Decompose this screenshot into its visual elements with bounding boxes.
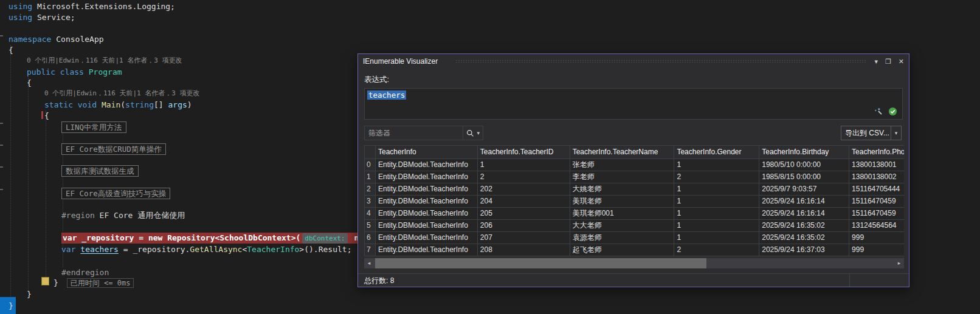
horizontal-scrollbar[interactable]: ◂ ▸ bbox=[364, 258, 904, 268]
table-row[interactable]: 6Entity.DBModel.TeacherInfo207袁源老师12025/… bbox=[365, 232, 904, 244]
margin-tick bbox=[0, 35, 3, 36]
code-line[interactable]: using Service; bbox=[9, 12, 75, 22]
row-header-cell: 3 bbox=[365, 196, 376, 208]
margin-tick bbox=[0, 189, 3, 190]
margin-tick bbox=[0, 123, 3, 124]
table-cell: 1 bbox=[674, 220, 759, 232]
code-line[interactable]: var teachers = _repository.GetAllAsync<T… bbox=[61, 244, 351, 254]
table-cell: Entity.DBModel.TeacherInfo bbox=[376, 196, 478, 208]
table-cell: 2025/9/24 16:35:02 bbox=[759, 232, 849, 244]
code-line[interactable]: namespace ConsoleApp bbox=[9, 34, 104, 44]
dialog-title: IEnumerable Visualizer bbox=[363, 57, 443, 66]
code-line[interactable]: { bbox=[44, 111, 49, 121]
column-header[interactable] bbox=[365, 146, 376, 159]
table-row[interactable]: 4Entity.DBModel.TeacherInfo205美琪老师001120… bbox=[365, 208, 904, 220]
expression-label: 表达式: bbox=[364, 75, 389, 85]
code-line[interactable]: { bbox=[9, 45, 13, 55]
highlighted-code-line[interactable]: var _repository = new Repository<SchoolD… bbox=[61, 233, 385, 244]
row-header-cell: 0 bbox=[365, 159, 376, 171]
table-cell: 张老师 bbox=[570, 159, 675, 171]
table-cell: 李老师 bbox=[570, 171, 675, 183]
table-cell: 起飞老师 bbox=[570, 244, 675, 256]
indent-guide bbox=[10, 45, 11, 302]
dialog-titlebar[interactable]: IEnumerable Visualizer ▾ ❐ ✕ bbox=[358, 54, 909, 69]
table-row[interactable]: 3Entity.DBModel.TeacherInfo204美琪老师12025/… bbox=[365, 196, 904, 208]
status-separator bbox=[849, 274, 850, 287]
wand-icon[interactable] bbox=[874, 107, 883, 116]
gutter-red-marker bbox=[41, 111, 43, 119]
table-cell: 2025/9/24 16:37:03 bbox=[759, 244, 849, 256]
table-cell: 1 bbox=[674, 208, 759, 220]
collapsed-region[interactable]: 数据库测试数据生成 bbox=[61, 165, 139, 177]
scrollbar-thumb[interactable] bbox=[375, 258, 706, 268]
table-row[interactable]: 5Entity.DBModel.TeacherInfo206大大老师12025/… bbox=[365, 220, 904, 232]
code-line[interactable]: }已用时间 <= 0ms bbox=[53, 278, 134, 288]
expression-input[interactable]: teachers bbox=[364, 88, 903, 120]
table-cell: 13124564564 bbox=[849, 220, 904, 232]
code-line[interactable]: static void Main(string[] args) bbox=[44, 100, 192, 110]
export-dropdown-icon[interactable]: ▾ bbox=[891, 126, 901, 140]
collapsed-region[interactable]: EF Core高级查询技巧与实操 bbox=[61, 188, 170, 199]
table-cell: Entity.DBModel.TeacherInfo bbox=[376, 171, 478, 183]
column-header[interactable]: TeacherInfo.TeacherName bbox=[570, 146, 675, 159]
search-icon[interactable] bbox=[466, 129, 474, 137]
table-cell: 13800138002 bbox=[849, 171, 904, 183]
table-cell: 袁源老师 bbox=[570, 232, 675, 244]
collapsed-region[interactable]: EF Core数据CRUD简单操作 bbox=[61, 143, 166, 155]
collapsed-region[interactable]: LINQ中常用方法 bbox=[61, 121, 126, 133]
code-line[interactable]: using Microsoft.Extensions.Logging; bbox=[9, 1, 175, 12]
table-cell: Entity.DBModel.TeacherInfo bbox=[376, 220, 478, 232]
codelens-info[interactable]: 0 个引用|Edwin，116 天前|1 名作者，3 项更改 bbox=[44, 89, 200, 97]
indent-guide bbox=[46, 111, 46, 278]
table-header-row: TeacherInfoTeacherInfo.TeacherIDTeacherI… bbox=[365, 146, 904, 159]
table-row[interactable]: 0Entity.DBModel.TeacherInfo1张老师11980/5/1… bbox=[365, 159, 904, 171]
table-cell: 1 bbox=[674, 183, 759, 196]
table-row[interactable]: 2Entity.DBModel.TeacherInfo202大姚老师12025/… bbox=[365, 183, 904, 196]
column-header[interactable]: TeacherInfo bbox=[376, 146, 478, 159]
margin-tick bbox=[0, 166, 3, 168]
table-cell: 999 bbox=[849, 244, 904, 256]
table-cell: 2 bbox=[674, 171, 759, 183]
table-cell: Entity.DBModel.TeacherInfo bbox=[376, 183, 478, 196]
column-header[interactable]: TeacherInfo.Gender bbox=[674, 146, 759, 159]
column-header[interactable]: TeacherInfo.Phon bbox=[849, 146, 904, 159]
chevron-down-icon[interactable]: ▾ bbox=[874, 58, 878, 66]
table-cell: Entity.DBModel.TeacherInfo bbox=[376, 232, 478, 244]
code-line[interactable]: } bbox=[9, 301, 13, 311]
scroll-right-icon[interactable]: ▸ bbox=[894, 258, 904, 268]
row-header-cell: 4 bbox=[365, 208, 376, 220]
code-line[interactable]: #region EF Core 通用仓储使用 bbox=[61, 210, 185, 220]
filter-dropdown-icon[interactable]: ▾ bbox=[477, 130, 480, 136]
table-cell: 206 bbox=[478, 220, 570, 232]
code-line[interactable]: { bbox=[27, 78, 32, 88]
table-row[interactable]: 7Entity.DBModel.TeacherInfo208起飞老师22025/… bbox=[365, 244, 904, 256]
indent-guide bbox=[28, 78, 29, 290]
expression-value: teachers bbox=[367, 90, 406, 100]
table-cell: 2025/9/24 16:35:02 bbox=[759, 220, 849, 232]
bookmark-marker[interactable] bbox=[41, 277, 49, 285]
row-header-cell: 5 bbox=[365, 220, 376, 232]
close-icon[interactable]: ✕ bbox=[899, 58, 904, 66]
table-cell: 1 bbox=[674, 232, 759, 244]
table-cell: 15116470459 bbox=[849, 196, 904, 208]
code-line[interactable]: #endregion bbox=[61, 267, 109, 278]
column-header[interactable]: TeacherInfo.Birthday bbox=[759, 146, 849, 159]
code-line[interactable]: public class Program bbox=[27, 67, 122, 77]
maximize-icon[interactable]: ❐ bbox=[885, 58, 891, 66]
column-header[interactable]: TeacherInfo.TeacherID bbox=[478, 146, 570, 159]
row-header-cell: 7 bbox=[365, 244, 376, 256]
table-cell: 2025/9/24 16:16:14 bbox=[759, 208, 849, 220]
check-icon bbox=[888, 107, 897, 116]
vs-window: using Microsoft.Extensions.Logging;using… bbox=[0, 0, 980, 314]
code-line[interactable]: } bbox=[27, 289, 32, 299]
table-cell: 208 bbox=[478, 244, 570, 256]
table-cell: 2 bbox=[674, 244, 759, 256]
export-csv-button[interactable]: 导出到 CSV... ▾ bbox=[841, 126, 902, 140]
table-row[interactable]: 1Entity.DBModel.TeacherInfo2李老师21985/8/1… bbox=[365, 171, 904, 183]
scroll-left-icon[interactable]: ◂ bbox=[364, 258, 374, 268]
table-cell: 1 bbox=[674, 159, 759, 171]
filter-input[interactable]: 筛选器 ▾ bbox=[364, 126, 483, 140]
row-header-cell: 1 bbox=[365, 171, 376, 183]
codelens-info[interactable]: 0 个引用|Edwin，116 天前|1 名作者，3 项更改 bbox=[27, 56, 182, 64]
table-cell: 2 bbox=[478, 171, 570, 183]
